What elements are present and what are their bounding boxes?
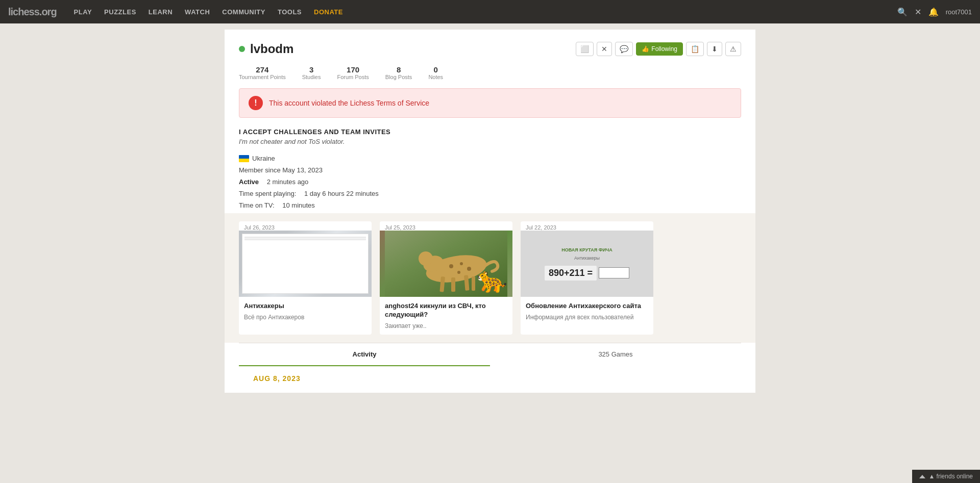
- tv-icon: ⬜: [580, 45, 589, 53]
- blog-date-2: Jul 25, 2023: [380, 221, 512, 231]
- blog-card-content-1: Антихакеры Всё про Антихакеров: [239, 297, 372, 326]
- bio-text: I'm not cheater and not ToS violator.: [239, 138, 741, 145]
- svg-point-6: [457, 271, 460, 274]
- blog-card-content-2: anghost24 кикнули из СВЧ, кто следующий?…: [380, 297, 512, 335]
- notification-icon[interactable]: 🔔: [928, 7, 939, 17]
- stat-label: Blog Posts: [385, 74, 412, 80]
- cross-icon: ✕: [601, 45, 607, 53]
- bottom-bar[interactable]: ▲ friends online: [912, 470, 980, 483]
- bio-section: I ACCEPT CHALLENGES AND TEAM INVITES I'm…: [239, 128, 741, 145]
- blog-card-2[interactable]: Jul 25, 2023: [380, 221, 512, 335]
- stat-label: Tournament Points: [239, 74, 286, 80]
- current-user[interactable]: root7001: [946, 8, 972, 16]
- meta-section: Ukraine Member since May 13, 2023 Active…: [239, 155, 741, 209]
- nav-donate[interactable]: DONATE: [309, 5, 348, 19]
- ukraine-flag: [239, 155, 249, 162]
- activity-date: AUG 8, 2023: [239, 366, 741, 383]
- country-name: Ukraine: [252, 155, 275, 162]
- online-indicator: [239, 46, 245, 52]
- report-button[interactable]: ⚠: [725, 42, 741, 56]
- profile-card: ⬜ ✕ 💬 👍 Following 📋 ⬇ ⚠: [225, 30, 755, 393]
- member-since-text: Member since May 13, 2023: [239, 166, 323, 174]
- blog-date-1: Jul 26, 2023: [239, 221, 372, 231]
- stat-value: 3: [309, 65, 313, 74]
- blog-desc-3: Информация для всех пользователей: [526, 314, 648, 321]
- stat-value: 0: [434, 65, 438, 74]
- note-icon: 📋: [691, 45, 699, 53]
- note-button[interactable]: 📋: [686, 42, 704, 56]
- blog-title-3: Обновление Антихакерского сайта: [526, 302, 648, 311]
- blog-title-1: Антихакеры: [244, 302, 366, 311]
- nav-learn[interactable]: LEARN: [143, 5, 178, 19]
- active-label: Active: [239, 178, 259, 186]
- blog-img-1: [239, 231, 372, 297]
- blog-img-subtitle: Антихакеры: [574, 256, 600, 261]
- nav-community[interactable]: COMMUNITY: [217, 5, 271, 19]
- svg-rect-9: [451, 277, 455, 292]
- stat-notes[interactable]: 0 Notes: [428, 65, 443, 80]
- nav-links: PLAY PUZZLES LEARN WATCH COMMUNITY TOOLS…: [69, 5, 885, 19]
- stat-studies[interactable]: 3 Studies: [302, 65, 321, 80]
- time-playing-label: Time spent playing:: [239, 190, 296, 197]
- stat-value: 8: [397, 65, 401, 74]
- violation-icon: !: [249, 96, 263, 110]
- nav-play[interactable]: PLAY: [69, 5, 97, 19]
- stats-row: 274 Tournament Points 3 Studies 170 Foru…: [239, 65, 741, 80]
- time-tv-row: Time on TV: 10 minutes: [239, 201, 741, 209]
- nav-right: 🔍 ✕ 🔔 root7001: [897, 7, 972, 17]
- time-tv-label: Time on TV:: [239, 201, 275, 209]
- close-icon[interactable]: ✕: [915, 7, 921, 17]
- blog-desc-1: Всё про Антихакеров: [244, 314, 366, 321]
- tab-activity[interactable]: Activity: [239, 343, 490, 366]
- stat-value: 170: [347, 65, 359, 74]
- math-problem: 890+211 =: [545, 266, 597, 281]
- message-button[interactable]: 💬: [615, 42, 633, 56]
- thumbs-up-icon: 👍: [642, 45, 649, 53]
- following-label: Following: [651, 45, 677, 53]
- blog-card-content-3: Обновление Антихакерского сайта Информац…: [521, 297, 653, 326]
- tabs-row: Activity 325 Games: [239, 343, 741, 366]
- main-wrapper: ⬜ ✕ 💬 👍 Following 📋 ⬇ ⚠: [219, 30, 761, 393]
- svg-point-3: [419, 251, 433, 266]
- warning-icon: ⚠: [730, 45, 737, 53]
- search-icon[interactable]: 🔍: [897, 7, 908, 17]
- blog-img-2: [380, 231, 512, 297]
- chat-icon: 💬: [620, 45, 628, 53]
- blog-card-3[interactable]: Jul 22, 2023 НОВАЯ КРУТАЯ ФИЧА Антихакер…: [521, 221, 653, 335]
- blog-title-2: anghost24 кикнули из СВЧ, кто следующий?: [385, 302, 507, 319]
- site-logo[interactable]: lichess.org: [8, 6, 57, 18]
- nav-watch[interactable]: WATCH: [180, 5, 215, 19]
- time-playing-value: 1 day 6 hours 22 minutes: [304, 190, 379, 197]
- nav-puzzles[interactable]: PUZZLES: [99, 5, 141, 19]
- stat-tournament-points[interactable]: 274 Tournament Points: [239, 65, 286, 80]
- stat-forum-posts[interactable]: 170 Forum Posts: [337, 65, 369, 80]
- blog-card-1[interactable]: Jul 26, 2023 Антихакеры Всё про Антихаке…: [239, 221, 372, 335]
- stat-label: Studies: [302, 74, 321, 80]
- country-row: Ukraine: [239, 155, 741, 162]
- friends-online-label: ▲ friends online: [928, 473, 973, 480]
- stat-value: 274: [256, 65, 268, 74]
- svg-point-5: [460, 262, 463, 265]
- time-playing-row: Time spent playing: 1 day 6 hours 22 min…: [239, 190, 741, 197]
- stat-blog-posts[interactable]: 8 Blog Posts: [385, 65, 412, 80]
- blog-img-3: НОВАЯ КРУТАЯ ФИЧА Антихакеры 890+211 =: [521, 231, 653, 297]
- challenge-button[interactable]: ✕: [597, 42, 612, 56]
- math-input: [599, 267, 629, 278]
- download-button[interactable]: ⬇: [707, 42, 722, 56]
- blog-date-3: Jul 22, 2023: [521, 221, 653, 231]
- following-button[interactable]: 👍 Following: [636, 42, 683, 56]
- time-tv-value: 10 minutes: [282, 201, 315, 209]
- svg-point-4: [449, 264, 453, 268]
- download-icon: ⬇: [712, 45, 718, 53]
- svg-rect-11: [472, 276, 475, 291]
- nav-tools[interactable]: TOOLS: [273, 5, 307, 19]
- member-since-row: Member since May 13, 2023: [239, 166, 741, 174]
- blog-desc-2: Закипает уже..: [385, 322, 507, 329]
- stat-label: Forum Posts: [337, 74, 369, 80]
- active-row: Active 2 minutes ago: [239, 178, 741, 186]
- action-buttons: ⬜ ✕ 💬 👍 Following 📋 ⬇ ⚠: [576, 42, 741, 56]
- tab-games[interactable]: 325 Games: [490, 343, 741, 366]
- tv-button[interactable]: ⬜: [576, 42, 594, 56]
- bio-headline: I ACCEPT CHALLENGES AND TEAM INVITES: [239, 128, 741, 136]
- blog-grid: Jul 26, 2023 Антихакеры Всё про Антихаке…: [225, 213, 755, 343]
